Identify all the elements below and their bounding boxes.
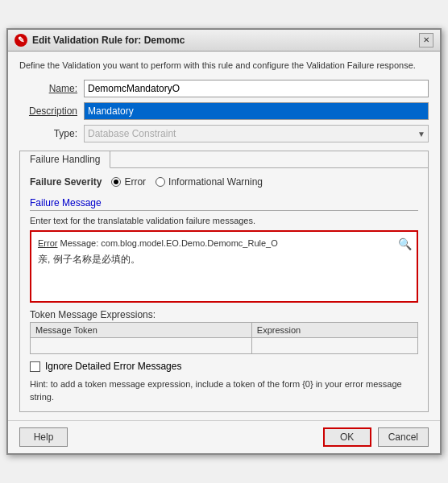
dialog-icon: ✎	[15, 34, 27, 47]
token-cell-1	[31, 338, 252, 354]
hint-text: Hint: to add a token message expression,…	[30, 378, 418, 403]
radio-informational-label: Informational Warning	[168, 176, 263, 188]
footer-right-buttons: OK Cancel	[323, 427, 429, 447]
failure-message-section-desc: Enter text for the translatable validati…	[30, 216, 418, 225]
severity-row: Failure Severity Error Informational War…	[30, 176, 418, 188]
radio-error-option[interactable]: Error	[111, 176, 146, 188]
token-table-row	[31, 338, 418, 354]
dialog-footer: Help OK Cancel	[8, 420, 440, 453]
dialog-description: Define the Validation you want to perfor…	[19, 60, 429, 72]
description-label: Description	[19, 105, 84, 117]
name-label: Name:	[19, 83, 84, 94]
ok-button[interactable]: OK	[323, 427, 371, 447]
checkbox-row: Ignore Detailed Error Messages	[30, 361, 418, 372]
type-select-wrapper: Database Constraint ▼	[84, 125, 429, 142]
tab-content: Failure Severity Error Informational War…	[20, 168, 428, 411]
token-col2-header: Expression	[251, 323, 417, 338]
name-row: Name:	[19, 80, 429, 97]
message-header: Error Message: com.blog.model.EO.Demo.De…	[38, 238, 410, 248]
name-input[interactable]	[84, 80, 429, 97]
type-row: Type: Database Constraint ▼	[19, 125, 429, 142]
radio-error-button[interactable]	[111, 177, 121, 187]
title-bar: ✎ Edit Validation Rule for: Demomc ✕	[8, 30, 440, 52]
type-select[interactable]: Database Constraint	[84, 125, 429, 142]
message-content: 亲, 例子名称是必填的。	[38, 253, 410, 266]
tab-header: Failure Handling	[20, 151, 428, 168]
description-row: Description	[19, 102, 429, 120]
token-table: Message Token Expression	[30, 322, 418, 354]
cancel-button[interactable]: Cancel	[378, 427, 429, 447]
token-label: Token Message Expressions:	[30, 309, 418, 320]
dialog-body: Define the Validation you want to perfor…	[8, 52, 440, 420]
tab-panel: Failure Handling Failure Severity Error …	[19, 151, 429, 412]
close-button[interactable]: ✕	[419, 33, 433, 47]
search-icon[interactable]: 🔍	[397, 237, 412, 251]
message-header-text: Message: com.blog.model.EO.Demo.Demomc_R…	[60, 238, 278, 248]
radio-informational-button[interactable]	[156, 177, 165, 187]
help-button[interactable]: Help	[19, 427, 68, 447]
ignore-error-checkbox[interactable]	[30, 361, 40, 372]
failure-message-section-label: Failure Message	[30, 197, 418, 211]
token-cell-2	[251, 338, 417, 354]
message-box: Error Message: com.blog.model.EO.Demo.De…	[30, 230, 418, 303]
checkbox-label: Ignore Detailed Error Messages	[45, 361, 181, 372]
type-label: Type:	[19, 128, 84, 139]
title-bar-left: ✎ Edit Validation Rule for: Demomc	[15, 34, 185, 47]
token-section: Token Message Expressions: Message Token…	[30, 309, 418, 354]
description-input[interactable]	[84, 102, 429, 120]
radio-error-label: Error	[124, 176, 146, 188]
severity-label: Failure Severity	[30, 176, 102, 188]
dialog-title: Edit Validation Rule for: Demomc	[32, 35, 185, 46]
radio-informational-option[interactable]: Informational Warning	[156, 176, 263, 188]
error-label: Error	[38, 238, 57, 248]
token-col1-header: Message Token	[31, 323, 252, 338]
tab-failure-handling[interactable]: Failure Handling	[20, 151, 110, 168]
main-dialog: ✎ Edit Validation Rule for: Demomc ✕ Def…	[6, 28, 442, 455]
